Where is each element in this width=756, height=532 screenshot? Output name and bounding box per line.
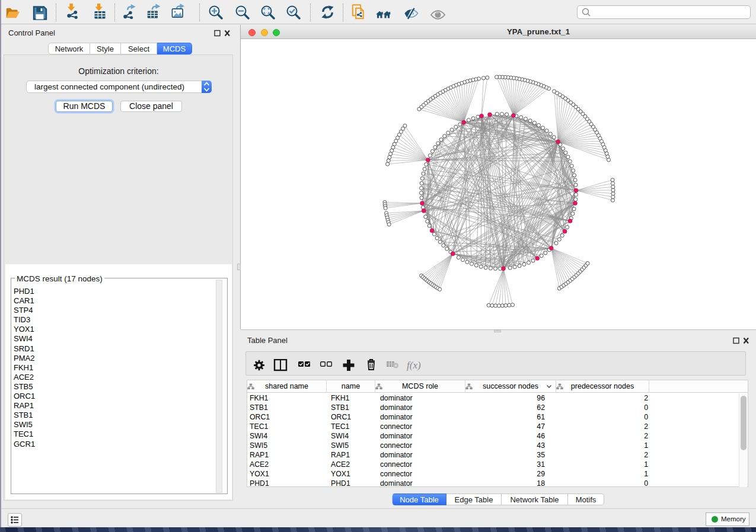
svg-text:f(x): f(x) bbox=[407, 360, 421, 371]
